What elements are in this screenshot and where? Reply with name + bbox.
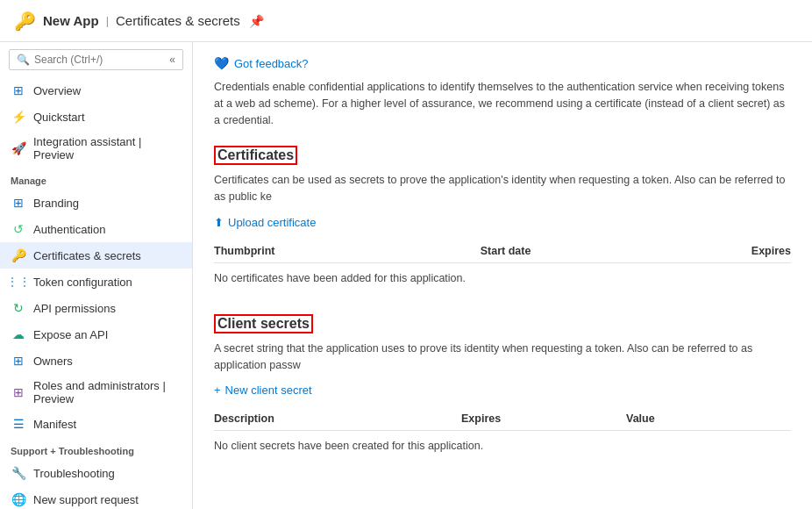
sidebar: 🔍 « ⊞ Overview ⚡ Quickstart 🚀 Integratio… <box>0 42 193 509</box>
roles-icon: ⊞ <box>11 384 26 400</box>
nav-quickstart[interactable]: ⚡ Quickstart <box>0 104 192 130</box>
quickstart-icon: ⚡ <box>11 109 26 125</box>
nav-certificates[interactable]: 🔑 Certificates & secrets <box>0 242 192 269</box>
client-secrets-heading: Client secrets <box>214 314 313 333</box>
pin-icon[interactable]: 📌 <box>249 14 264 28</box>
client-secrets-table: Description Expires Value No client secr… <box>214 407 791 461</box>
auth-icon: ↺ <box>11 221 26 237</box>
nav-api-permissions[interactable]: ↻ API permissions <box>0 295 192 321</box>
separator: | <box>106 14 109 27</box>
main-layout: 🔍 « ⊞ Overview ⚡ Quickstart 🚀 Integratio… <box>0 42 812 509</box>
client-secrets-empty-message: No client secrets have been created for … <box>214 431 791 461</box>
nav-label-roles: Roles and administrators | Preview <box>33 379 182 405</box>
certificates-table: Thumbprint Start date Expires No certifi… <box>214 240 791 293</box>
top-bar: 🔑 New App | Certificates & secrets 📌 <box>0 0 812 42</box>
client-secrets-description: A secret string that the application use… <box>214 341 791 374</box>
nav-label-manifest: Manifest <box>33 418 76 431</box>
nav-label-token: Token configuration <box>33 276 132 289</box>
search-box[interactable]: 🔍 « <box>9 49 183 70</box>
support-icon: 🌐 <box>11 491 26 507</box>
search-icon: 🔍 <box>17 54 30 66</box>
col-description: Description <box>214 412 461 425</box>
nav-label-support-request: New support request <box>33 493 139 506</box>
nav-owners[interactable]: ⊞ Owners <box>0 348 192 374</box>
nav-label-overview: Overview <box>33 84 81 97</box>
feedback-bar[interactable]: 💙 Got feedback? <box>214 56 791 70</box>
nav-manifest[interactable]: ☰ Manifest <box>0 411 192 437</box>
branding-icon: ⊞ <box>11 195 26 211</box>
certificates-description: Certificates can be used as secrets to p… <box>214 172 791 205</box>
app-icon: 🔑 <box>14 11 36 32</box>
nav-support-request[interactable]: 🌐 New support request <box>0 486 192 509</box>
nav-expose-api[interactable]: ☁ Expose an API <box>0 321 192 348</box>
nav-label-certificates: Certificates & secrets <box>33 249 141 262</box>
app-name: New App <box>43 13 99 28</box>
nav-label-authentication: Authentication <box>33 223 105 236</box>
feedback-text: Got feedback? <box>234 57 309 70</box>
nav-label-owners: Owners <box>33 355 73 368</box>
manage-section-label: Manage <box>0 167 192 190</box>
troubleshoot-icon: 🔧 <box>11 465 26 481</box>
nav-label-api-permissions: API permissions <box>33 302 116 315</box>
upload-certificate-button[interactable]: ⬆ Upload certificate <box>214 216 791 229</box>
nav-authentication[interactable]: ↺ Authentication <box>0 216 192 242</box>
col-thumbprint: Thumbprint <box>214 245 481 257</box>
certificates-heading: Certificates <box>214 146 297 165</box>
api-icon: ↻ <box>11 300 26 316</box>
overview-icon: ⊞ <box>11 82 26 98</box>
intro-text: Credentials enable confidential applicat… <box>214 79 791 128</box>
heart-icon: 💙 <box>214 56 229 70</box>
nav-label-troubleshooting: Troubleshooting <box>33 467 115 480</box>
col-expires2: Expires <box>461 412 626 425</box>
manifest-icon: ☰ <box>11 416 26 432</box>
search-input[interactable] <box>34 54 166 66</box>
nav-overview[interactable]: ⊞ Overview <box>0 77 192 104</box>
nav-troubleshooting[interactable]: 🔧 Troubleshooting <box>0 460 192 486</box>
expose-icon: ☁ <box>11 326 26 342</box>
col-startdate: Start date <box>481 245 658 257</box>
support-section-label: Support + Troubleshooting <box>0 437 192 460</box>
client-secrets-table-header: Description Expires Value <box>214 407 791 431</box>
token-icon: ⋮⋮ <box>11 274 26 290</box>
upload-icon: ⬆ <box>214 216 224 229</box>
upload-label: Upload certificate <box>228 216 316 229</box>
owners-icon: ⊞ <box>11 353 26 369</box>
new-secret-label: New client secret <box>225 384 312 397</box>
nav-label-quickstart: Quickstart <box>33 111 85 124</box>
nav-branding[interactable]: ⊞ Branding <box>0 190 192 216</box>
page-title: Certificates & secrets <box>116 13 240 28</box>
collapse-icon[interactable]: « <box>169 54 175 66</box>
integration-icon: 🚀 <box>11 140 26 156</box>
nav-integration[interactable]: 🚀 Integration assistant | Preview <box>0 130 192 167</box>
client-secrets-section: Client secrets A secret string that the … <box>214 314 791 462</box>
cert-icon: 🔑 <box>11 247 26 263</box>
col-value: Value <box>626 412 791 425</box>
nav-token[interactable]: ⋮⋮ Token configuration <box>0 269 192 295</box>
new-client-secret-button[interactable]: + New client secret <box>214 384 791 397</box>
certificates-empty-message: No certificates have been added for this… <box>214 263 791 293</box>
nav-label-expose-api: Expose an API <box>33 328 108 341</box>
nav-roles[interactable]: ⊞ Roles and administrators | Preview <box>0 374 192 411</box>
new-secret-icon: + <box>214 384 221 397</box>
nav-label-branding: Branding <box>33 197 79 210</box>
certificates-table-header: Thumbprint Start date Expires <box>214 240 791 263</box>
col-expires: Expires <box>658 245 791 257</box>
certificates-section: Certificates Certificates can be used as… <box>214 146 791 293</box>
content-area: 💙 Got feedback? Credentials enable confi… <box>193 42 812 509</box>
nav-label-integration: Integration assistant | Preview <box>33 135 182 161</box>
